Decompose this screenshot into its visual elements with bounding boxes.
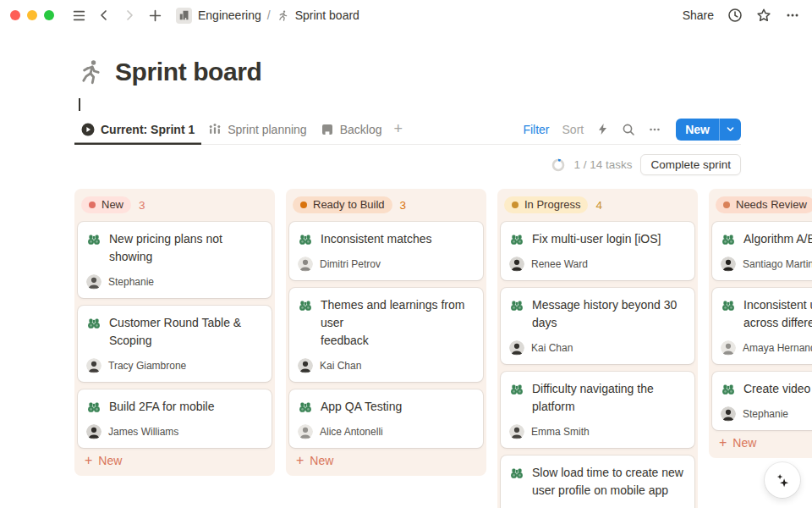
- binoculars-icon: [298, 232, 313, 247]
- task-title: Create video g: [743, 380, 812, 398]
- assignee-name: Amaya Hernande: [743, 342, 812, 354]
- task-card[interactable]: Message history beyond 30 days Kai Chan: [501, 288, 694, 364]
- assignee-row: Santiago Martine: [721, 257, 812, 272]
- task-card[interactable]: Inconsistent u across differe Amaya Hern…: [712, 288, 812, 364]
- group-pill[interactable]: In Progress: [504, 196, 588, 213]
- task-card[interactable]: Inconsistent matches Dimitri Petrov: [289, 222, 483, 280]
- assignee-row: Renee Ward: [509, 257, 686, 272]
- page-header: Sprint board: [76, 58, 812, 86]
- group-count: 3: [139, 199, 145, 212]
- view-tabs-bar: Current: Sprint 1 Sprint planning Backlo…: [74, 114, 741, 145]
- board-column-in-progress: In Progress 4 Fix multi-user login [iOS]…: [497, 189, 698, 508]
- card-list: Fix multi-user login [iOS] Renee Ward Me…: [501, 222, 694, 508]
- tab-sprint-planning[interactable]: Sprint planning: [201, 114, 313, 145]
- group-name: Needs Review: [736, 198, 807, 211]
- group-pill[interactable]: New: [81, 196, 131, 213]
- more-options-icon[interactable]: [785, 8, 800, 23]
- sprint-status-row: 1 / 14 tasks Complete sprint: [74, 154, 741, 175]
- favorite-star-icon[interactable]: [756, 8, 771, 23]
- view-more-icon[interactable]: [648, 123, 661, 136]
- new-task-label[interactable]: New: [676, 119, 719, 141]
- filter-button[interactable]: Filter: [523, 123, 549, 136]
- assignee-row: James Williams: [86, 424, 263, 439]
- assignee-name: Tracy Giambrone: [108, 360, 186, 372]
- group-pill[interactable]: Ready to Build: [293, 196, 392, 213]
- assignee-name: Alice Antonelli: [320, 426, 383, 438]
- add-card-button[interactable]: +New: [289, 448, 340, 471]
- card-list: Algorithm A/B Santiago Martine Inconsist…: [712, 222, 812, 430]
- share-button[interactable]: Share: [683, 8, 714, 22]
- avatar: [721, 406, 736, 422]
- task-card[interactable]: Algorithm A/B Santiago Martine: [712, 222, 812, 280]
- running-person-page-icon[interactable]: [76, 58, 105, 86]
- breadcrumb-workspace[interactable]: Engineering: [198, 8, 261, 22]
- task-card[interactable]: Difficulty navigating the platform Emma …: [501, 372, 694, 448]
- task-card[interactable]: New pricing plans not showing Stephanie: [78, 222, 272, 298]
- card-list: Inconsistent matches Dimitri Petrov Them…: [289, 222, 483, 448]
- assignee-name: Kai Chan: [531, 342, 573, 354]
- task-card[interactable]: Customer Round Table & Scoping Tracy Gia…: [78, 306, 272, 382]
- automation-bolt-icon[interactable]: [596, 123, 609, 135]
- close-window-button[interactable]: [10, 10, 20, 20]
- avatar: [721, 257, 736, 272]
- avatar: [298, 358, 313, 373]
- ai-assistant-button[interactable]: [765, 462, 800, 498]
- avatar: [298, 257, 313, 272]
- avatar: [86, 274, 102, 290]
- breadcrumb-page[interactable]: Sprint board: [295, 8, 359, 22]
- status-dot: [723, 202, 730, 208]
- new-task-dropdown[interactable]: [719, 119, 741, 141]
- task-card[interactable]: Slow load time to create new user profil…: [501, 456, 694, 508]
- avatar: [721, 340, 736, 356]
- task-title: App QA Testing: [321, 398, 402, 416]
- group-count: 3: [400, 199, 407, 212]
- assignee-name: James Williams: [108, 426, 178, 438]
- group-pill[interactable]: Needs Review: [716, 196, 812, 213]
- notion-window: { "colors": { "accent_blue": "#2383E2", …: [0, 0, 812, 508]
- task-card[interactable]: Fix multi-user login [iOS] Renee Ward: [501, 222, 694, 280]
- add-card-button[interactable]: +New: [78, 448, 129, 471]
- new-page-icon[interactable]: [144, 4, 166, 26]
- assignee-row: Tracy Giambrone: [86, 358, 263, 373]
- view-toolbar: Filter Sort New: [523, 119, 741, 141]
- plus-icon: +: [719, 437, 727, 449]
- group-name: New: [102, 198, 123, 211]
- avatar: [86, 424, 102, 439]
- add-card-label: New: [310, 454, 333, 467]
- add-view-icon[interactable]: +: [388, 120, 408, 138]
- assignee-row: Emma Smith: [509, 424, 686, 439]
- binoculars-icon: [509, 232, 524, 247]
- task-card[interactable]: App QA Testing Alice Antonelli: [289, 389, 483, 448]
- task-card[interactable]: Create video g Stephanie: [712, 372, 812, 430]
- new-task-button[interactable]: New: [676, 119, 741, 141]
- status-dot: [89, 202, 96, 208]
- assignee-row: Alice Antonelli: [298, 424, 475, 439]
- forward-icon[interactable]: [118, 4, 140, 26]
- minimize-window-button[interactable]: [27, 10, 37, 20]
- task-card[interactable]: Build 2FA for mobile James Williams: [78, 389, 272, 448]
- search-icon[interactable]: [622, 123, 635, 136]
- binoculars-icon: [86, 232, 102, 247]
- assignee-name: Dimitri Petrov: [320, 258, 381, 270]
- assignee-name: Stephanie: [743, 408, 788, 420]
- sidebar-menu-icon[interactable]: [68, 4, 90, 26]
- binoculars-icon: [509, 382, 524, 397]
- task-card[interactable]: Themes and learnings from user feedback …: [289, 288, 483, 382]
- tab-backlog[interactable]: Backlog: [314, 114, 389, 145]
- add-card-button[interactable]: +New: [712, 430, 763, 453]
- topbar-actions: Share: [683, 8, 800, 23]
- sort-button[interactable]: Sort: [562, 123, 584, 136]
- zoom-window-button[interactable]: [44, 10, 54, 20]
- assignee-row: Kai Chan: [298, 358, 475, 373]
- assignee-name: Emma Smith: [531, 426, 590, 438]
- page-title[interactable]: Sprint board: [115, 58, 262, 86]
- history-clock-icon[interactable]: [727, 8, 743, 23]
- assignee-name: Kai Chan: [320, 360, 361, 372]
- back-icon[interactable]: [93, 4, 115, 26]
- board-column-ready-to-build: Ready to Build 3 Inconsistent matches Di…: [286, 189, 486, 476]
- complete-sprint-button[interactable]: Complete sprint: [640, 154, 741, 175]
- tab-current-sprint[interactable]: Current: Sprint 1: [74, 114, 201, 145]
- assignee-name: Renee Ward: [531, 258, 588, 270]
- column-header: In Progress 4: [501, 194, 694, 214]
- breadcrumb: Engineering / Sprint board: [176, 8, 359, 24]
